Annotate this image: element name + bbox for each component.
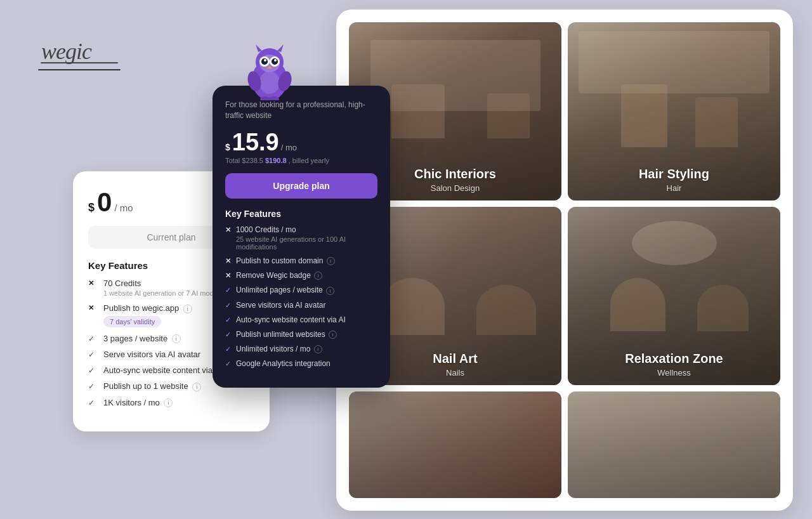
pro-price-amount: 15.9 [232, 130, 279, 154]
pro-plan-description: For those looking for a professional, hi… [225, 100, 377, 121]
pro-x-icon-domain: ✕ [225, 257, 231, 265]
feature-pages-text: 3 pages / website i [103, 334, 181, 344]
svg-marker-4 [256, 44, 262, 52]
x-icon-credits: ✕ [88, 279, 98, 287]
wegic-logo: wegic [38, 35, 121, 70]
pro-feature-visitors-text: Unlimited visitors / mo i [236, 345, 322, 353]
pro-billing-info: Total $238.5 $190.8 , billed yearly [225, 157, 377, 164]
pro-price-period: / mo [281, 143, 297, 152]
salon-card-hair: Hair Styling Hair [568, 22, 780, 200]
feature-publish-limit-text: Publish up to 1 website i [103, 381, 201, 391]
pro-features-title: Key Features [225, 209, 377, 219]
pro-info-icon-pages[interactable]: i [326, 287, 334, 295]
check-icon-pages: ✓ [88, 334, 98, 343]
free-price-currency: $ [88, 201, 95, 214]
svg-point-12 [274, 59, 277, 62]
salon-card-bottom1 [349, 391, 561, 498]
check-icon-autosync: ✓ [88, 366, 98, 375]
pro-feature-badge: ✕ Remove Wegic badge i [225, 271, 377, 280]
pro-check-icon-pages: ✓ [225, 286, 231, 294]
info-icon-pages[interactable]: i [172, 334, 181, 343]
pro-info-icon-unlimited[interactable]: i [329, 331, 337, 339]
pro-feature-autosync-text: Auto-sync website content via AI [236, 315, 346, 324]
billing-discounted: $190.8 [265, 157, 287, 164]
pro-feature-badge-text: Remove Wegic badge i [236, 271, 322, 280]
pro-info-icon-badge[interactable]: i [314, 272, 322, 280]
pro-feature-credits: ✕ 1000 Credits / mo 25 website AI genera… [225, 225, 377, 251]
pro-feature-avatar-text: Serve visitors via AI avatar [236, 301, 325, 310]
tablet-background: Chic Interiors Salon Design Hair Styling… [336, 10, 793, 511]
x-icon-publish: ✕ [88, 304, 98, 312]
pro-check-icon-visitors: ✓ [225, 345, 231, 353]
pro-feature-pages-text: Unlimited pages / website i [236, 286, 334, 294]
svg-point-11 [264, 59, 266, 62]
feature-publish-text: Publish to wegic.app i [103, 303, 192, 313]
pro-plan-price: $ 15.9 / mo [225, 130, 377, 154]
pro-feature-pages: ✓ Unlimited pages / website i [225, 286, 377, 294]
pro-x-icon-credits: ✕ [225, 226, 231, 234]
salon-card-relax: Relaxation Zone Wellness [568, 207, 780, 385]
feature-avatar-text: Serve visitors via AI avatar [103, 350, 200, 359]
pro-check-icon-avatar: ✓ [225, 301, 231, 310]
check-icon-visitors: ✓ [88, 398, 98, 407]
svg-point-14 [259, 71, 280, 94]
salon-card-bottom2 [568, 391, 780, 498]
validity-badge: 7 days' validity [103, 316, 161, 327]
pro-price-currency: $ [225, 142, 230, 152]
check-icon-publish-limit: ✓ [88, 382, 98, 391]
pro-feature-analytics-text: Google Analytics integration [236, 359, 331, 368]
billing-original: Total $238.5 [225, 157, 263, 164]
svg-text:wegic: wegic [41, 39, 92, 64]
owl-mascot [244, 43, 295, 100]
card-relax-subtitle: Wellness [568, 368, 780, 378]
upgrade-plan-button[interactable]: Upgrade plan [225, 173, 377, 199]
pro-check-icon-autosync: ✓ [225, 316, 231, 324]
free-price-amount: 0 [97, 189, 112, 216]
info-icon-visitors[interactable]: i [164, 398, 173, 407]
pro-info-icon-visitors[interactable]: i [314, 345, 322, 353]
card-hair-subtitle: Hair [568, 183, 780, 193]
card-hair-title: Hair Styling [568, 167, 780, 181]
pro-check-icon-unlimited: ✓ [225, 331, 231, 339]
check-icon-avatar: ✓ [88, 350, 98, 359]
pro-feature-avatar: ✓ Serve visitors via AI avatar [225, 301, 377, 310]
feature-visitors-text: 1K visitors / mo i [103, 398, 173, 408]
pro-feature-unlimited-sites: ✓ Publish unlimited websites i [225, 330, 377, 339]
free-feature-visitors: ✓ 1K visitors / mo i [88, 398, 254, 408]
pro-feature-unlimited-text: Publish unlimited websites i [236, 330, 337, 339]
pro-feature-visitors: ✓ Unlimited visitors / mo i [225, 345, 377, 353]
pro-feature-credits-sub: 25 website AI generations or 100 AI modi… [236, 235, 377, 251]
svg-marker-5 [277, 44, 284, 52]
pro-feature-domain-text: Publish to custom domain i [236, 256, 335, 265]
billing-suffix: , billed yearly [289, 157, 329, 164]
info-icon-publish-limit[interactable]: i [192, 383, 201, 391]
info-icon-publish[interactable]: i [183, 305, 192, 313]
pro-plan-card: For those looking for a professional, hi… [213, 86, 390, 388]
pro-feature-credits-text: 1000 Credits / mo [236, 225, 377, 234]
card-relax-title: Relaxation Zone [568, 351, 780, 366]
pro-feature-domain: ✕ Publish to custom domain i [225, 256, 377, 265]
pro-feature-autosync: ✓ Auto-sync website content via AI [225, 315, 377, 324]
pro-feature-analytics: ✓ Google Analytics integration [225, 359, 377, 368]
pro-info-icon-domain[interactable]: i [327, 257, 335, 265]
feature-autosync-text: Auto-sync website content via AI [103, 365, 222, 375]
free-price-period: / mo [114, 202, 133, 213]
pro-x-icon-badge: ✕ [225, 272, 231, 280]
pro-check-icon-analytics: ✓ [225, 360, 231, 368]
